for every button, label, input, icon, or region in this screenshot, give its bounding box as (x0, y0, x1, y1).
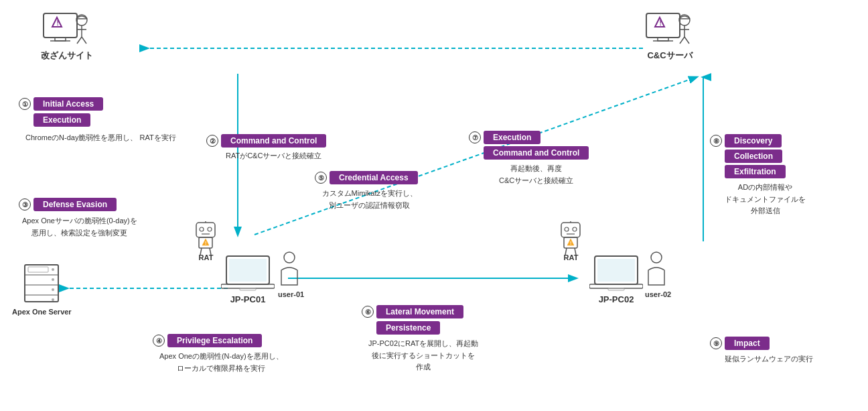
svg-point-41 (208, 227, 212, 231)
svg-line-16 (82, 37, 86, 44)
user01-block: user-01 (278, 251, 304, 298)
svg-point-33 (52, 268, 54, 271)
step7-desc: 再起動後、再度C&Cサーバと接続確立 (484, 163, 589, 186)
svg-point-68 (651, 252, 662, 263)
step5-desc: カスタムMimikatzを実行し、別ユーザの認証情報窃取 (321, 188, 418, 211)
step3-num: ③ (19, 198, 31, 211)
user01-icon (278, 251, 301, 288)
step4-badge1: Privilege Escalation (167, 334, 262, 347)
svg-rect-37 (196, 223, 215, 237)
step1-badge2: Execution (33, 113, 90, 127)
step5-num: ⑤ (315, 172, 327, 184)
step7-num: ⑦ (469, 131, 481, 143)
step6-block: ⑥ Lateral Movement Persistence JP-PC02にR… (362, 305, 478, 373)
svg-rect-67 (608, 288, 624, 290)
svg-text:!: ! (570, 241, 571, 245)
pc02-label: JP-PC02 (599, 294, 634, 304)
apexone-label: Apex One Server (12, 308, 72, 316)
svg-point-40 (200, 227, 204, 231)
svg-line-15 (77, 37, 82, 44)
step8-desc: ADの内部情報やドキュメントファイルを外部送信 (725, 182, 806, 217)
step2-num: ② (206, 135, 218, 147)
pc02-icon (589, 255, 643, 292)
svg-rect-32 (28, 267, 48, 272)
svg-line-27 (684, 37, 689, 44)
step5-badge1: Credential Access (330, 171, 418, 184)
step8-num: ⑧ (710, 135, 722, 147)
svg-point-56 (565, 227, 569, 231)
user02-block: user-02 (645, 251, 671, 298)
step6-desc: JP-PC02にRATを展開し、再起動後に実行するショートカットを作成 (368, 338, 478, 373)
tampered-site-block: ! 改ざんサイト (40, 7, 94, 62)
user02-icon (645, 251, 668, 288)
pc02-block: JP-PC02 (589, 255, 643, 304)
step9-desc: 疑似ランサムウェアの実行 (725, 353, 813, 365)
tampered-site-label: 改ざんサイト (41, 50, 93, 62)
step2-desc: RATがC&Cサーバと接続確立 (221, 150, 326, 162)
cnc-server-label: C&Cサーバ (647, 50, 692, 62)
svg-rect-49 (229, 259, 267, 282)
tampered-site-icon: ! (40, 7, 94, 47)
diagram: ! 改ざんサイト ! (0, 0, 868, 411)
step3-desc: Apex Oneサーバの脆弱性(0-day)を悪用し、検索設定を強制変更 (22, 215, 137, 239)
step2-badge1: Command and Control (221, 134, 326, 148)
step3-badge1: Defense Evasion (33, 198, 117, 211)
step4-desc: Apex Oneの脆弱性(N-day)を悪用し、ローカルで権限昇格を実行 (159, 351, 283, 374)
svg-rect-65 (597, 259, 635, 282)
step7-badge2: Command and Control (484, 146, 589, 160)
rat1-block: ! RAT (191, 221, 221, 261)
user02-label: user-02 (645, 290, 671, 298)
pc01-icon (221, 255, 275, 292)
rat2-icon: ! (556, 221, 586, 255)
step8-badge1: Discovery (725, 134, 782, 148)
svg-rect-51 (240, 288, 256, 290)
cnc-server-block: ! C&Cサーバ (643, 7, 697, 62)
rat1-icon: ! (191, 221, 221, 255)
apexone-block: Apex One Server (12, 261, 72, 316)
svg-rect-53 (561, 223, 580, 237)
step8-badge2: Collection (725, 150, 782, 163)
step9-block: ⑨ Impact 疑似ランサムウェアの実行 (710, 337, 813, 365)
svg-point-35 (52, 288, 54, 291)
svg-line-26 (680, 37, 684, 44)
rat2-block: ! RAT (556, 221, 586, 261)
pc01-label: JP-PC01 (230, 294, 266, 304)
svg-point-34 (52, 278, 54, 281)
step1-num: ① (19, 98, 31, 110)
step9-badge1: Impact (725, 337, 770, 350)
step1-desc: ChromeのN-day脆弱性を悪用し、 RATを実行 (25, 132, 176, 144)
step4-num: ④ (153, 335, 165, 347)
step8-badge3: Exfiltration (725, 165, 786, 178)
user01-label: user-01 (278, 290, 304, 298)
pc01-block: JP-PC01 (221, 255, 275, 304)
step2-block: ② Command and Control RATがC&Cサーバと接続確立 (206, 134, 326, 162)
step6-badge1: Lateral Movement (376, 305, 463, 318)
step7-badge1: Execution (484, 131, 540, 144)
step3-block: ③ Defense Evasion Apex Oneサーバの脆弱性(0-day)… (19, 198, 137, 239)
svg-text:!: ! (660, 19, 662, 27)
cnc-server-icon: ! (643, 7, 697, 47)
svg-point-36 (52, 298, 54, 301)
step7-block: ⑦ Execution Command and Control 再起動後、再度C… (469, 131, 589, 186)
step9-num: ⑨ (710, 337, 722, 349)
step1-block: ① Initial Access Execution ChromeのN-day脆… (19, 97, 176, 144)
step1-badge1: Initial Access (33, 97, 103, 111)
step6-num: ⑥ (362, 306, 374, 318)
svg-text:!: ! (205, 241, 206, 245)
svg-point-57 (573, 227, 577, 231)
apexone-icon (18, 261, 65, 305)
step6-badge2: Persistence (376, 321, 440, 335)
step4-block: ④ Privilege Escalation Apex Oneの脆弱性(N-da… (153, 334, 283, 374)
svg-text:!: ! (57, 19, 59, 27)
svg-point-52 (284, 252, 295, 263)
step5-block: ⑤ Credential Access カスタムMimikatzを実行し、別ユー… (315, 171, 418, 211)
step8-block: ⑧ Discovery Collection Exfiltration ADの内… (710, 134, 806, 217)
